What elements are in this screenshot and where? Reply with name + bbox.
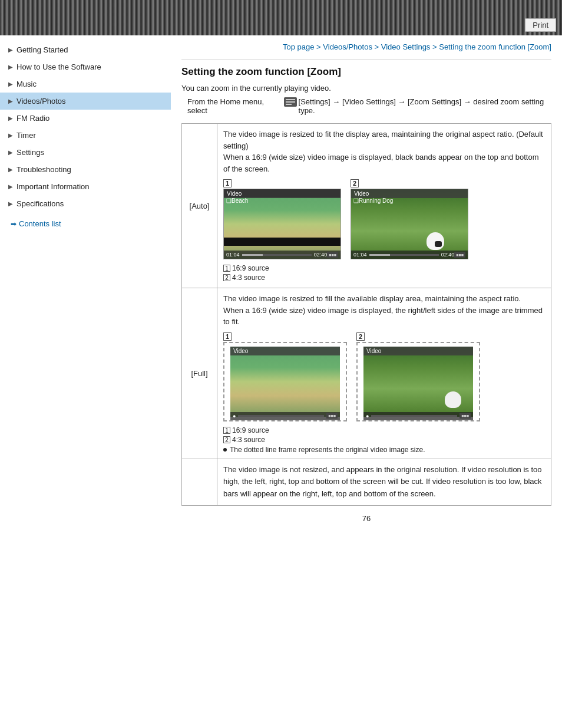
table-row-auto: [Auto] The video image is resized to fit… xyxy=(182,124,551,288)
chevron-right-icon: ▶ xyxy=(8,47,13,53)
svg-rect-3 xyxy=(286,104,292,105)
full-src-label-1: 1 16:9 source xyxy=(223,426,545,434)
full-video-title: Video xyxy=(233,348,248,354)
full-beach-image xyxy=(230,347,340,417)
full-footer2: ● ■■■ xyxy=(363,412,473,420)
full-src-num-1: 1 xyxy=(223,427,230,434)
bullet-icon xyxy=(223,448,227,452)
auto-source-labels: 1 16:9 source 2 4:3 source xyxy=(223,264,545,282)
content-area: Top page > Videos/Photos > Video Setting… xyxy=(171,35,562,728)
time-end2: 02:40 xyxy=(441,252,455,258)
full-time2: ● xyxy=(366,413,369,419)
chevron-right-icon: ▶ xyxy=(8,115,13,121)
full-badge: ■■■ xyxy=(326,413,338,419)
video-title2: Video xyxy=(354,190,369,197)
chevron-right-icon: ▶ xyxy=(8,81,13,87)
settings-icon xyxy=(284,97,297,107)
src-text-1: 16:9 source xyxy=(232,264,269,272)
auto-thumbnails: 1 Video ❑Beach xyxy=(223,179,545,259)
full-content: The video image is resized to fill the a… xyxy=(217,288,551,459)
sidebar-item-troubleshooting[interactable]: ▶ Troubleshooting xyxy=(0,161,171,178)
auto-content: The video image is resized to fit the di… xyxy=(217,124,551,288)
dog-label: ❑Running Dog xyxy=(353,197,393,204)
chevron-right-icon: ▶ xyxy=(8,200,13,207)
full-label: [Full] xyxy=(182,288,217,459)
thumb2-wrap: 2 Video ❑Running Dog xyxy=(351,179,468,259)
video-footer2: 01:04 02:40 ■■■ xyxy=(351,251,468,259)
sidebar-item-important-information[interactable]: ▶ Important Information xyxy=(0,178,171,195)
full-thumb1-wrap: 1 Video xyxy=(223,332,347,421)
time-start2: 01:04 xyxy=(353,252,367,258)
sidebar: ▶ Getting Started ▶ How to Use the Softw… xyxy=(0,35,171,728)
chevron-right-icon: ▶ xyxy=(8,98,13,104)
src-label-1: 1 16:9 source xyxy=(223,264,545,272)
page-number: 76 xyxy=(181,514,551,523)
full-thumb2-wrap: 2 Video xyxy=(356,332,480,421)
breadcrumb-zoom[interactable]: Setting the zoom function [Zoom] xyxy=(439,42,551,51)
sidebar-item-label: Settings xyxy=(16,148,44,157)
contents-list-link[interactable]: ➡ Contents list xyxy=(0,212,171,228)
sidebar-item-how-to-use[interactable]: ▶ How to Use the Software xyxy=(0,58,171,75)
page-title: Setting the zoom function [Zoom] xyxy=(181,66,551,78)
contents-list-label: Contents list xyxy=(19,219,61,228)
sidebar-item-settings[interactable]: ▶ Settings xyxy=(0,144,171,161)
time-end: 02:40 xyxy=(314,252,328,258)
sidebar-item-label: Important Information xyxy=(16,182,90,191)
intro-text: You can zoom in the currently playing vi… xyxy=(181,84,551,93)
full-progress xyxy=(238,415,324,417)
full-video-title2: Video xyxy=(366,348,381,354)
src-num-1: 1 xyxy=(223,265,230,272)
full-footer1: ● ■■■ xyxy=(230,412,340,420)
breadcrumb: Top page > Videos/Photos > Video Setting… xyxy=(181,35,551,56)
arrow-right-icon: ➡ xyxy=(11,220,16,228)
full-video-header2: Video xyxy=(363,347,473,355)
header-bar: Print xyxy=(0,0,562,35)
breadcrumb-video-settings[interactable]: Video Settings xyxy=(381,42,431,51)
video-footer: 01:04 02:40 ■■■ xyxy=(224,251,340,259)
full-thumb1: Video ● ■■■ xyxy=(223,342,347,421)
sidebar-item-getting-started[interactable]: ▶ Getting Started xyxy=(0,41,171,58)
full-desc1: The video image is resized to fill the a… xyxy=(223,293,545,328)
breadcrumb-videos-photos[interactable]: Videos/Photos xyxy=(323,42,372,51)
print-button[interactable]: Print xyxy=(525,18,556,32)
full-dog-body xyxy=(445,391,461,408)
progress-bar2 xyxy=(369,254,439,256)
full-thumb2-number: 2 xyxy=(356,332,365,341)
svg-rect-2 xyxy=(286,101,295,103)
thumb1-number: 1 xyxy=(223,179,232,187)
main-layout: ▶ Getting Started ▶ How to Use the Softw… xyxy=(0,35,562,728)
chevron-right-icon: ▶ xyxy=(8,149,13,156)
full-src-text-2: 4:3 source xyxy=(232,436,265,444)
thumb1-video: Video ❑Beach 01:04 02:40 xyxy=(223,189,341,259)
thumb1-wrap: 1 Video ❑Beach xyxy=(223,179,341,259)
src-text-2: 4:3 source xyxy=(232,274,265,282)
chevron-right-icon: ▶ xyxy=(8,166,13,173)
src-num-2: 2 xyxy=(223,274,230,281)
sidebar-item-label: Music xyxy=(16,80,37,88)
sidebar-item-videos-photos[interactable]: ▶ Videos/Photos xyxy=(0,93,171,110)
src-label-2: 2 4:3 source xyxy=(223,274,545,282)
quality-badge: ■■■ xyxy=(327,252,338,258)
sidebar-item-label: Timer xyxy=(16,131,36,140)
inner-img2: Video xyxy=(363,347,473,417)
zoom-table: [Auto] The video image is resized to fit… xyxy=(181,123,551,506)
full-src-text-1: 16:9 source xyxy=(232,426,269,434)
video-header: Video xyxy=(224,189,340,198)
last-content: The video image is not resized, and appe… xyxy=(217,459,551,505)
full-bullet-text: The dotted line frame represents the ori… xyxy=(230,446,425,454)
full-src-label-2: 2 4:3 source xyxy=(223,436,545,444)
video-header2: Video xyxy=(351,189,468,198)
progress-fill xyxy=(242,254,263,256)
sidebar-item-fm-radio[interactable]: ▶ FM Radio xyxy=(0,110,171,127)
sidebar-item-music[interactable]: ▶ Music xyxy=(0,75,171,93)
sidebar-item-timer[interactable]: ▶ Timer xyxy=(0,127,171,144)
full-video-header: Video xyxy=(230,347,340,355)
sidebar-item-specifications[interactable]: ▶ Specifications xyxy=(0,195,171,212)
breadcrumb-top-page[interactable]: Top page xyxy=(283,42,315,51)
beach-label: ❑Beach xyxy=(226,197,248,204)
sidebar-item-label: Getting Started xyxy=(16,45,68,54)
full-thumbnails: 1 Video xyxy=(223,332,545,421)
sidebar-item-label: FM Radio xyxy=(16,114,49,123)
table-row-full: [Full] The video image is resized to fil… xyxy=(182,288,551,459)
dog-spot xyxy=(435,241,442,247)
